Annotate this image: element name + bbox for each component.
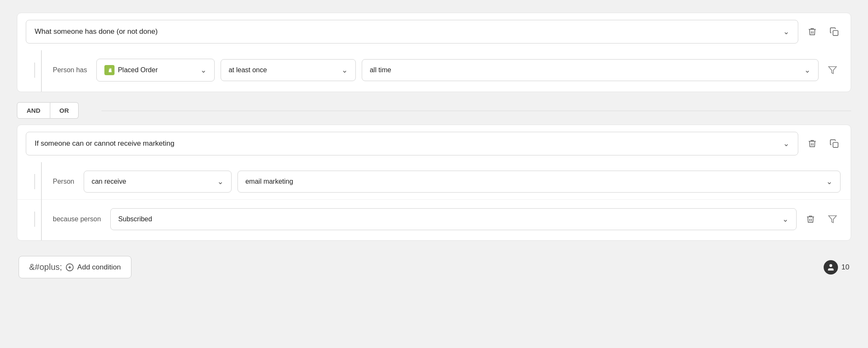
subscribed-delete-button[interactable] (802, 211, 819, 227)
at-least-once-dropdown[interactable]: at least once ⌄ (221, 59, 356, 81)
user-icon (827, 263, 835, 272)
svg-point-8 (830, 264, 833, 267)
subscribed-dropdown[interactable]: Subscribed ⌄ (110, 208, 797, 230)
add-condition-label: Add condition (77, 263, 121, 272)
subscribed-filter-button[interactable] (824, 211, 841, 227)
at-least-chevron: ⌄ (341, 65, 348, 75)
condition-block-1: What someone has done (or not done) ⌄ (17, 13, 851, 92)
subscribed-label: Subscribed (118, 215, 152, 223)
at-least-once-label: at least once (229, 66, 267, 74)
because-person-label: because person (53, 215, 101, 223)
condition2-sub-rows: Person can receive ⌄ email marketing ⌄ b… (17, 162, 851, 240)
person-label: Person (53, 178, 74, 185)
condition2-header-chevron: ⌄ (783, 139, 789, 148)
all-time-chevron: ⌄ (804, 65, 811, 75)
condition1-header-label: What someone has done (or not done) (35, 27, 158, 36)
user-avatar (824, 260, 838, 275)
add-condition-row: &#oplus; Add condition 10 (17, 256, 851, 278)
placed-order-label: Placed Order (118, 66, 158, 74)
page-container: What someone has done (or not done) ⌄ (17, 13, 851, 278)
condition2-delete-button[interactable] (804, 136, 820, 152)
can-receive-dropdown[interactable]: can receive ⌄ (84, 171, 232, 193)
svg-rect-3 (833, 142, 838, 147)
condition2-header-label: If someone can or cannot receive marketi… (35, 139, 175, 148)
svg-marker-2 (829, 67, 836, 74)
condition1-header-dropdown[interactable]: What someone has done (or not done) ⌄ (26, 20, 798, 44)
email-marketing-chevron: ⌄ (826, 177, 833, 186)
user-badge: 10 (824, 260, 849, 275)
all-time-dropdown[interactable]: all time ⌄ (362, 59, 819, 81)
email-marketing-label: email marketing (246, 178, 293, 185)
all-time-label: all time (370, 66, 391, 74)
svg-marker-4 (829, 216, 836, 223)
add-icon (66, 263, 74, 272)
can-receive-chevron: ⌄ (217, 177, 224, 186)
and-or-row: AND OR (17, 102, 851, 119)
condition1-filter-button[interactable] (824, 62, 841, 78)
user-count: 10 (841, 263, 849, 272)
svg-rect-0 (833, 30, 838, 35)
condition1-header-chevron: ⌄ (783, 27, 789, 36)
email-marketing-dropdown[interactable]: email marketing ⌄ (237, 171, 841, 193)
condition2-copy-button[interactable] (826, 136, 842, 152)
person-has-label: Person has (53, 66, 87, 74)
condition1-sub-rows: Person has Placed Order ⌄ at l (17, 50, 851, 92)
placed-order-dropdown[interactable]: Placed Order ⌄ (96, 59, 215, 82)
condition2-header-dropdown[interactable]: If someone can or cannot receive marketi… (26, 132, 798, 155)
add-condition-button[interactable]: &#oplus; Add condition (19, 256, 131, 278)
subscribed-chevron: ⌄ (782, 215, 789, 224)
can-receive-label: can receive (92, 178, 126, 185)
and-button[interactable]: AND (17, 102, 50, 119)
or-button[interactable]: OR (50, 102, 79, 119)
placed-order-chevron: ⌄ (200, 65, 207, 75)
condition1-delete-button[interactable] (804, 24, 820, 40)
shopify-icon (104, 65, 115, 75)
plus-circle-icon: &#oplus; (29, 262, 62, 272)
condition-block-2: If someone can or cannot receive marketi… (17, 125, 851, 241)
condition1-copy-button[interactable] (826, 24, 842, 40)
